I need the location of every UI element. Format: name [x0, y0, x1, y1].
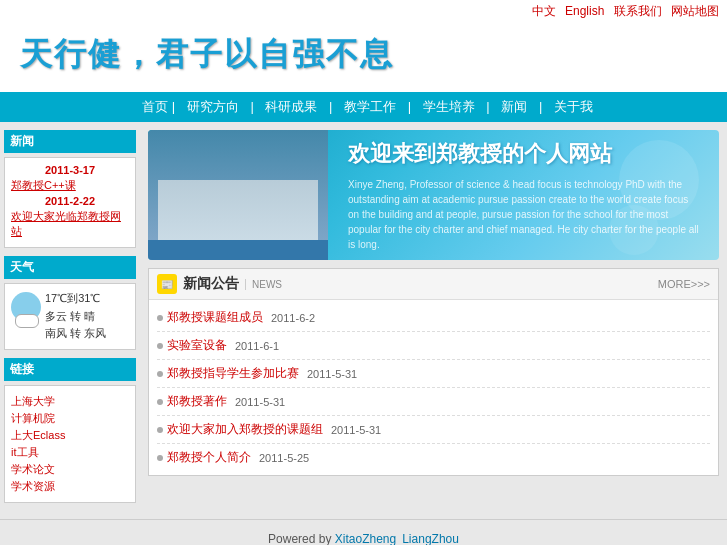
lang-cn-link[interactable]: 中文 [532, 4, 556, 18]
footer-author2-link[interactable]: LiangZhou [402, 532, 459, 545]
news-bullet [157, 427, 163, 433]
banner-image [148, 130, 328, 260]
main-content: 欢迎来到郑教授的个人网站 Xinye Zheng, Professor of s… [140, 122, 727, 519]
weather-text: 17℃到31℃ 多云 转 晴 南风 转 东风 [45, 290, 106, 343]
nav-news[interactable]: 新闻 [501, 99, 527, 114]
news-item: 郑教授课题组成员 2011-6-2 [157, 304, 710, 332]
banner-title: 欢迎来到郑教授的个人网站 [348, 139, 699, 169]
news-item: 欢迎大家加入郑教授的课题组 2011-5-31 [157, 416, 710, 444]
contact-link[interactable]: 联系我们 [614, 4, 662, 18]
footer-powered-text: Powered by [268, 532, 335, 545]
news-item: 实验室设备 2011-6-1 [157, 332, 710, 360]
nav-about[interactable]: 关于我 [554, 99, 593, 114]
news-date: 2011-5-31 [307, 368, 357, 380]
sidebar-weather-title: 天气 [4, 256, 136, 279]
lang-en-link[interactable]: English [565, 4, 604, 18]
news-bullet [157, 371, 163, 377]
news-icon: 📰 [157, 274, 177, 294]
news-header: 📰 新闻公告 NEWS MORE>>> [149, 269, 718, 300]
sidebar-news-date-2: 2011-2-22 [11, 195, 129, 207]
news-link[interactable]: 欢迎大家加入郑教授的课题组 [167, 421, 323, 438]
sidebar-links-title: 链接 [4, 358, 136, 381]
nav-research[interactable]: 研究方向 [187, 99, 239, 114]
sidebar-link-eclass[interactable]: 上大Eclass [11, 428, 129, 443]
sitemap-link[interactable]: 网站地图 [671, 4, 719, 18]
banner: 欢迎来到郑教授的个人网站 Xinye Zheng, Professor of s… [148, 130, 719, 260]
news-item: 郑教授个人简介 2011-5-25 [157, 444, 710, 471]
sidebar-news-date-1: 2011-3-17 [11, 164, 129, 176]
sidebar-news-title: 新闻 [4, 130, 136, 153]
news-link[interactable]: 实验室设备 [167, 337, 227, 354]
sidebar-link-it[interactable]: it工具 [11, 445, 129, 460]
news-item: 郑教授著作 2011-5-31 [157, 388, 710, 416]
news-bullet [157, 455, 163, 461]
nav-students[interactable]: 学生培养 [423, 99, 475, 114]
news-section: 📰 新闻公告 NEWS MORE>>> 郑教授课题组成员 2011-6-2 实验… [148, 268, 719, 476]
news-date: 2011-5-25 [259, 452, 309, 464]
news-section-title: 新闻公告 [183, 275, 239, 293]
sidebar-link-cs[interactable]: 计算机院 [11, 411, 129, 426]
sidebar-news-box: 2011-3-17 郑教授C++课 2011-2-22 欢迎大家光临郑教授网站 [4, 157, 136, 248]
news-bullet [157, 399, 163, 405]
weather-line3: 南风 转 东风 [45, 325, 106, 343]
site-header: 天行健，君子以自强不息 [0, 23, 727, 92]
banner-text: 欢迎来到郑教授的个人网站 Xinye Zheng, Professor of s… [328, 130, 719, 260]
footer-powered: Powered by XitaoZheng LiangZhou [0, 532, 727, 545]
weather-icon [11, 292, 41, 322]
news-list: 郑教授课题组成员 2011-6-2 实验室设备 2011-6-1 郑教授指导学生… [149, 300, 718, 475]
site-title: 天行健，君子以自强不息 [20, 33, 707, 77]
nav-bar: 首页 | 研究方向 | 科研成果 | 教学工作 | 学生培养 | 新闻 | 关于… [0, 92, 727, 122]
news-more-link[interactable]: MORE>>> [658, 278, 710, 290]
sidebar: 新闻 2011-3-17 郑教授C++课 2011-2-22 欢迎大家光临郑教授… [0, 122, 140, 519]
main-layout: 新闻 2011-3-17 郑教授C++课 2011-2-22 欢迎大家光临郑教授… [0, 122, 727, 519]
footer: Powered by XitaoZheng LiangZhou 电话: 021-… [0, 519, 727, 545]
weather-line2: 多云 转 晴 [45, 308, 106, 326]
news-item: 郑教授指导学生参加比赛 2011-5-31 [157, 360, 710, 388]
sidebar-link-resources[interactable]: 学术资源 [11, 479, 129, 494]
nav-teaching[interactable]: 教学工作 [344, 99, 396, 114]
footer-author1-link[interactable]: XitaoZheng [335, 532, 396, 545]
news-link[interactable]: 郑教授个人简介 [167, 449, 251, 466]
top-bar: 中文 English 联系我们 网站地图 [0, 0, 727, 23]
sidebar-news-link-1[interactable]: 郑教授C++课 [11, 178, 129, 193]
sidebar-link-shu[interactable]: 上海大学 [11, 394, 129, 409]
news-link[interactable]: 郑教授著作 [167, 393, 227, 410]
news-link[interactable]: 郑教授指导学生参加比赛 [167, 365, 299, 382]
sidebar-links-box: 上海大学 计算机院 上大Eclass it工具 学术论文 学术资源 [4, 385, 136, 503]
news-section-subtitle: NEWS [245, 279, 282, 290]
news-date: 2011-5-31 [235, 396, 285, 408]
news-date: 2011-6-2 [271, 312, 315, 324]
banner-desc: Xinye Zheng, Professor of science & head… [348, 177, 699, 252]
news-date: 2011-6-1 [235, 340, 279, 352]
news-link[interactable]: 郑教授课题组成员 [167, 309, 263, 326]
news-bullet [157, 343, 163, 349]
news-date: 2011-5-31 [331, 424, 381, 436]
news-bullet [157, 315, 163, 321]
sidebar-news-link-2[interactable]: 欢迎大家光临郑教授网站 [11, 209, 129, 239]
sidebar-weather-box: 17℃到31℃ 多云 转 晴 南风 转 东风 [4, 283, 136, 350]
nav-results[interactable]: 科研成果 [265, 99, 317, 114]
sidebar-link-papers[interactable]: 学术论文 [11, 462, 129, 477]
weather-temp: 17℃到31℃ [45, 290, 106, 308]
